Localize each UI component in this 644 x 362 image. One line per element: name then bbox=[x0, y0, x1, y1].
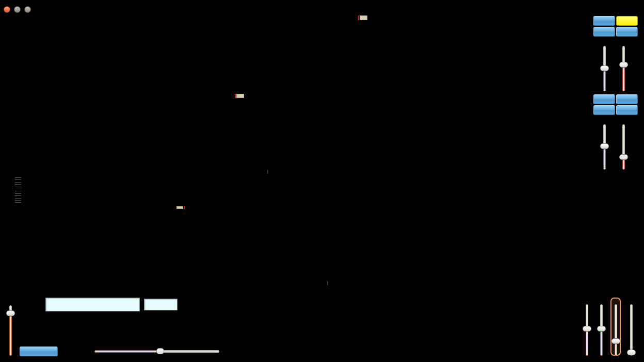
minimize-icon[interactable] bbox=[14, 6, 21, 13]
rx2-ys-slider[interactable] bbox=[600, 65, 609, 71]
vol-slider[interactable] bbox=[6, 310, 15, 316]
station-marker-tick bbox=[267, 170, 268, 174]
frequency-scale-17m[interactable] bbox=[21, 77, 585, 91]
rx2-play-button[interactable] bbox=[616, 16, 638, 26]
titlebar bbox=[0, 4, 644, 15]
close-icon[interactable] bbox=[4, 6, 10, 13]
yz-slider[interactable] bbox=[611, 338, 620, 344]
ys-slider[interactable] bbox=[597, 326, 606, 332]
rx1-up-button[interactable] bbox=[616, 105, 638, 115]
waterfall-20m[interactable] bbox=[21, 98, 585, 156]
rflna-slider[interactable] bbox=[156, 348, 164, 354]
rx2-down-button[interactable] bbox=[593, 27, 615, 37]
maximize-icon[interactable] bbox=[24, 6, 31, 13]
control-panel bbox=[0, 295, 644, 357]
zo-slider[interactable] bbox=[627, 350, 636, 355]
bottom-black-strip bbox=[0, 357, 644, 362]
spectrum-graph[interactable] bbox=[22, 175, 642, 206]
rfagc-button[interactable] bbox=[20, 347, 58, 356]
tune-indicator-17m bbox=[0, 15, 644, 20]
tune-indicator-20m bbox=[0, 94, 644, 98]
rx1-yz-slider[interactable] bbox=[619, 154, 628, 160]
rx2-up-button[interactable] bbox=[616, 27, 638, 37]
graph-axis-ticks bbox=[15, 177, 21, 204]
quisk-window bbox=[0, 0, 644, 362]
main-area bbox=[0, 15, 644, 295]
frequency-scale-40m[interactable] bbox=[21, 267, 635, 282]
rx1-down-button[interactable] bbox=[593, 105, 615, 115]
frequency-display bbox=[45, 298, 140, 311]
waterfall-17m[interactable] bbox=[21, 20, 585, 77]
rx1-button[interactable] bbox=[593, 94, 615, 104]
rx1-ys-slider[interactable] bbox=[600, 143, 609, 149]
rit-slider[interactable] bbox=[583, 326, 591, 332]
frequency-entry[interactable] bbox=[144, 299, 178, 310]
station-marker-tick bbox=[327, 282, 328, 285]
rx1-play-button[interactable] bbox=[616, 94, 638, 104]
rx2-button[interactable] bbox=[593, 16, 615, 26]
waterfall-40m[interactable] bbox=[21, 209, 635, 267]
rx2-yz-slider[interactable] bbox=[619, 62, 628, 68]
frequency-scale-20m[interactable] bbox=[21, 156, 585, 170]
